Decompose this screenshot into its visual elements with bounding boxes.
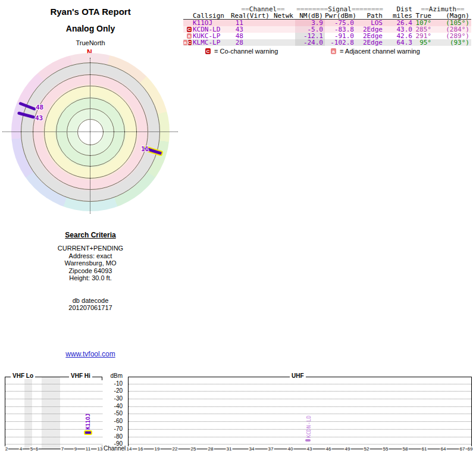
row-flags: aC	[183, 40, 192, 45]
table-group-header-row: ==Channel== ========Signal======== Dist …	[183, 6, 471, 12]
cell-real: 11	[231, 20, 245, 26]
search-criteria-line: CURRENT+PENDING	[0, 245, 181, 252]
cell-azimuth-magn: (289°)	[433, 33, 471, 39]
channel-tick: 37	[268, 446, 274, 452]
cell-path: LOS	[356, 20, 384, 26]
gridline	[5, 437, 102, 437]
gridline	[5, 399, 102, 399]
search-criteria-line: Zipcode 64093	[0, 267, 181, 274]
group-header-azimuth: ==Azimuth==	[414, 6, 471, 12]
col-netwk: Netwk	[271, 12, 295, 19]
cell-pwr: -102.8	[325, 39, 356, 46]
cell-callsign: K11OJ	[192, 20, 231, 26]
gridline	[129, 384, 471, 384]
adjacent-channel-flag: a	[183, 40, 187, 45]
cell-miles: 43.0	[384, 26, 414, 33]
cell-callsign: KCDN-LD	[192, 26, 231, 33]
chart-marker-label-kcdn-ld: KCDN-LD	[306, 415, 312, 438]
chart-marker-kcdn-ld	[305, 439, 311, 442]
legend-co-channel: C = Co-channel warning	[205, 48, 278, 55]
group-header-signal: ========Signal========	[295, 6, 384, 12]
channel-tick: 67	[459, 446, 466, 452]
non-tv-gap-band	[24, 377, 32, 449]
tvfool-link[interactable]: www.tvfool.com	[65, 350, 115, 358]
col-real: Real	[231, 12, 245, 19]
cell-real: 28	[231, 39, 245, 46]
channel-tick: 69	[467, 446, 474, 452]
channel-tick: 52	[364, 446, 370, 452]
cell-nm: -5.0	[295, 26, 325, 33]
channel-tick: 40	[287, 446, 294, 452]
radar-marker-label-ch48: 48	[36, 104, 43, 111]
channel-tick: 11	[85, 446, 91, 452]
dbm-tick: -20	[105, 387, 123, 394]
cell-pwr: -83.8	[325, 26, 356, 33]
page-title: Ryan's OTA Report	[0, 7, 181, 17]
channel-tick: 46	[325, 446, 332, 452]
channel-axis-title: Channel	[104, 445, 125, 452]
dbm-tick: -60	[105, 418, 123, 424]
channel-tick: 61	[421, 446, 428, 452]
gridline	[129, 421, 471, 422]
channel-tick: 2	[5, 446, 8, 452]
channel-tick: 9	[74, 446, 77, 452]
legend-co-channel-text: = Co-channel warning	[214, 48, 278, 55]
gridline	[5, 384, 102, 384]
gridline	[129, 429, 471, 430]
co-channel-flag-icon: C	[205, 48, 211, 54]
cell-miles: 42.6	[384, 33, 414, 39]
channel-tick: 22	[172, 446, 178, 452]
group-header-channel: ==Channel==	[231, 6, 295, 12]
gridline	[5, 391, 102, 392]
radar-marker-label-ch43: 43	[35, 114, 43, 122]
cell-miles: 26.4	[384, 20, 414, 26]
col-callsign: Callsign	[192, 12, 231, 19]
col-pwr: Pwr(dBm)	[325, 12, 356, 19]
panel-corner-tick	[102, 377, 102, 380]
group-header-dist: Dist	[384, 6, 414, 12]
chart-marker-k11oj	[84, 430, 92, 435]
dbm-axis-title: dBm	[105, 373, 123, 379]
cell-pwr: -75.0	[325, 20, 356, 26]
col-magn: (Magn)	[433, 12, 471, 19]
legend-adjacent-channel-text: = Adjacent channel warning	[340, 48, 420, 55]
cell-miles: 64.3	[384, 39, 414, 46]
channel-tick: 58	[402, 446, 409, 452]
gridline	[129, 414, 471, 414]
row-flags: C	[183, 27, 192, 32]
channel-tick: 49	[345, 446, 351, 452]
channel-tick: 28	[208, 446, 214, 452]
gridline	[129, 391, 471, 392]
gridline	[5, 406, 102, 407]
search-criteria: Search Criteria CURRENT+PENDING Address:…	[0, 231, 181, 281]
cell-path: 2Edge	[356, 39, 384, 46]
cell-nm: 3.9	[295, 20, 325, 26]
gridline	[5, 444, 102, 445]
channel-tick: 31	[226, 446, 233, 452]
adjacent-channel-flag: a	[187, 33, 192, 39]
table-row: aC KLMC-LP 28 -24.0 -102.8 2Edge 64.3 95…	[183, 39, 471, 46]
cell-azimuth-magn: (93°)	[433, 39, 471, 46]
channel-tick: 13	[97, 446, 104, 452]
band-label-vhf-hi: VHF Hi	[69, 373, 92, 379]
search-criteria-line: Warrensburg, MO	[0, 259, 181, 267]
true-north-label: TrueNorth	[0, 39, 181, 46]
radar-marker-label-ch11: 11	[141, 145, 149, 153]
adjacent-channel-flag-icon: a	[331, 48, 336, 54]
table-column-header-row: Callsign Real (Virt) Netwk NM(dB) Pwr(dB…	[183, 12, 471, 20]
cell-nm: -12.1	[295, 33, 325, 39]
channel-tick: 4	[19, 446, 23, 452]
station-table: ==Channel== ========Signal======== Dist …	[183, 6, 471, 46]
site-link-wrapper: www.tvfool.com	[0, 350, 181, 358]
col-virt: (Virt)	[245, 12, 271, 19]
cell-callsign: KUKC-LP	[192, 33, 231, 39]
page-subtitle: Analog Only	[0, 24, 181, 33]
db-datecode-value: 201207061717	[0, 304, 181, 311]
table-row: K11OJ 11 3.9 -75.0 LOS 26.4 107° (105°)	[183, 20, 471, 26]
legend-adjacent-channel: a = Adjacent channel warning	[331, 48, 420, 55]
gridline	[129, 444, 471, 445]
db-datecode-label: db datecode	[0, 297, 181, 304]
cell-real: 43	[231, 26, 245, 33]
cell-azimuth-true: 285°	[414, 26, 433, 33]
channel-tick: 43	[306, 446, 313, 452]
